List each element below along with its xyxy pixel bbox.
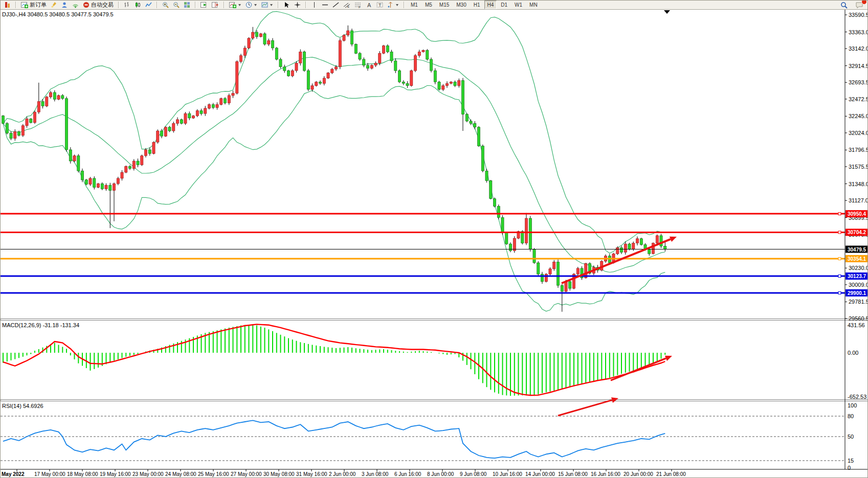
candle-body bbox=[180, 120, 183, 123]
new-order-button[interactable]: 新订单 bbox=[19, 1, 49, 9]
current-price-badge-text: 30479.5 bbox=[848, 247, 866, 253]
mt-logo[interactable] bbox=[2, 1, 13, 9]
trendline-button[interactable] bbox=[330, 1, 341, 9]
notification-badge bbox=[861, 0, 867, 5]
time-axis-label: 2 Jun 00:00 bbox=[329, 471, 356, 477]
timeframe-m5-button[interactable]: M5 bbox=[422, 1, 435, 9]
support-1-handle[interactable] bbox=[838, 258, 841, 260]
market-button[interactable] bbox=[59, 1, 70, 9]
price-axis-label: 31796.5 bbox=[849, 147, 868, 153]
cursor-icon bbox=[283, 2, 290, 8]
zoom-in-button[interactable] bbox=[160, 1, 171, 9]
clock-icon bbox=[246, 2, 252, 8]
label-button[interactable]: T bbox=[374, 1, 385, 9]
macd-trend-arrow-head[interactable] bbox=[665, 356, 672, 361]
new-order-button-label: 新订单 bbox=[30, 1, 47, 9]
macd-label: MACD(12,26,9) -31.18 -131.34 bbox=[2, 322, 79, 328]
candle-body bbox=[283, 67, 286, 71]
svg-text:A: A bbox=[367, 2, 371, 8]
rsi-trend-arrow[interactable] bbox=[558, 400, 612, 416]
candle-body bbox=[327, 73, 329, 78]
timeframe-mn-button[interactable]: MN bbox=[526, 1, 541, 9]
candle-body bbox=[632, 243, 635, 249]
candle-body bbox=[545, 274, 547, 282]
arrows-button[interactable] bbox=[385, 1, 401, 9]
support-2-handle[interactable] bbox=[838, 275, 841, 278]
toolbar-separator bbox=[118, 2, 119, 8]
candle-body bbox=[220, 99, 222, 105]
time-axis-label: 23 May 00:00 bbox=[132, 471, 164, 477]
candle-body bbox=[319, 82, 321, 83]
time-axis-label: May 2022 bbox=[2, 471, 25, 477]
candle-body bbox=[636, 239, 638, 243]
candle-body bbox=[216, 105, 218, 108]
candle-body bbox=[157, 131, 159, 142]
svg-text:F: F bbox=[359, 6, 361, 8]
chart-area[interactable]: DJ30-,H4 30480.5 30480.5 30477.5 30479.5… bbox=[1, 1, 868, 478]
candle-body bbox=[446, 83, 448, 85]
candle-body bbox=[656, 236, 658, 243]
candle-body bbox=[470, 121, 472, 123]
support-3-handle[interactable] bbox=[838, 291, 841, 294]
text-button[interactable]: A bbox=[364, 1, 374, 9]
styler-button[interactable] bbox=[49, 1, 59, 9]
candle-body bbox=[275, 48, 278, 59]
candle-body bbox=[243, 48, 246, 56]
chevron-down-icon bbox=[270, 2, 273, 8]
candle-body bbox=[477, 127, 480, 146]
resistance-2-handle[interactable] bbox=[838, 231, 841, 234]
price-trend-arrow-head[interactable] bbox=[670, 237, 677, 242]
timeframe-w1-button[interactable]: W1 bbox=[511, 1, 525, 9]
horizontal-line-button[interactable] bbox=[320, 1, 330, 9]
timeframe-d1-button[interactable]: D1 bbox=[498, 1, 510, 9]
time-axis-label: 24 May 08:00 bbox=[165, 471, 196, 477]
candle-body bbox=[200, 110, 203, 113]
fibonacci-button[interactable]: F bbox=[352, 1, 364, 9]
periods-button[interactable] bbox=[243, 1, 259, 9]
candle-body bbox=[132, 161, 135, 169]
notifications-button[interactable] bbox=[854, 1, 865, 9]
auto-trading-button[interactable]: 自动交易 bbox=[81, 1, 116, 9]
timeframe-m15-button[interactable]: M15 bbox=[436, 1, 452, 9]
vertical-line-button[interactable] bbox=[309, 1, 320, 9]
candle-chart-button[interactable] bbox=[132, 1, 143, 9]
zoom-out-button[interactable] bbox=[171, 1, 182, 9]
chart-shift-marker[interactable] bbox=[664, 10, 670, 14]
zoom-group bbox=[159, 1, 194, 9]
candle-body bbox=[533, 249, 536, 263]
candle-body bbox=[501, 218, 504, 233]
candle-body bbox=[81, 171, 83, 180]
candle-body bbox=[454, 82, 456, 85]
line-chart-button[interactable] bbox=[143, 1, 154, 9]
macd-trend-arrow[interactable] bbox=[611, 358, 666, 380]
candle-body bbox=[553, 262, 555, 269]
candle-body bbox=[549, 269, 551, 274]
timeframe-m30-button[interactable]: M30 bbox=[453, 1, 469, 9]
indicators-button[interactable] bbox=[227, 1, 243, 9]
templates-button[interactable] bbox=[259, 1, 275, 9]
time-axis-label: 18 May 08:00 bbox=[67, 471, 98, 477]
time-axis-label: 3 Jun 08:00 bbox=[362, 471, 389, 477]
resistance-1-handle[interactable] bbox=[838, 213, 841, 215]
timeframe-h4-button[interactable]: H4 bbox=[484, 1, 497, 9]
candle-body bbox=[374, 63, 377, 65]
pane-separator-1[interactable] bbox=[1, 319, 868, 321]
chart-shift-button[interactable] bbox=[210, 1, 221, 9]
candle-body bbox=[188, 113, 191, 118]
signals-button[interactable] bbox=[70, 1, 81, 9]
candle-body bbox=[152, 142, 155, 153]
channel-button[interactable]: E bbox=[341, 1, 352, 9]
candle-body bbox=[339, 40, 341, 67]
time-axis-label: 30 May 08:00 bbox=[263, 471, 295, 477]
timeframe-m1-button[interactable]: M1 bbox=[408, 1, 421, 9]
timeframe-h1-button[interactable]: H1 bbox=[471, 1, 483, 9]
tile-windows-button[interactable] bbox=[182, 1, 192, 9]
candle-body bbox=[295, 63, 298, 71]
cursor-button[interactable] bbox=[281, 1, 292, 9]
search-button[interactable] bbox=[838, 1, 850, 9]
bar-chart-button[interactable] bbox=[122, 1, 132, 9]
crosshair-button[interactable] bbox=[292, 1, 303, 9]
candle-body bbox=[652, 243, 654, 254]
auto-scroll-button[interactable] bbox=[198, 1, 210, 9]
pane-separator-2[interactable] bbox=[1, 400, 868, 401]
